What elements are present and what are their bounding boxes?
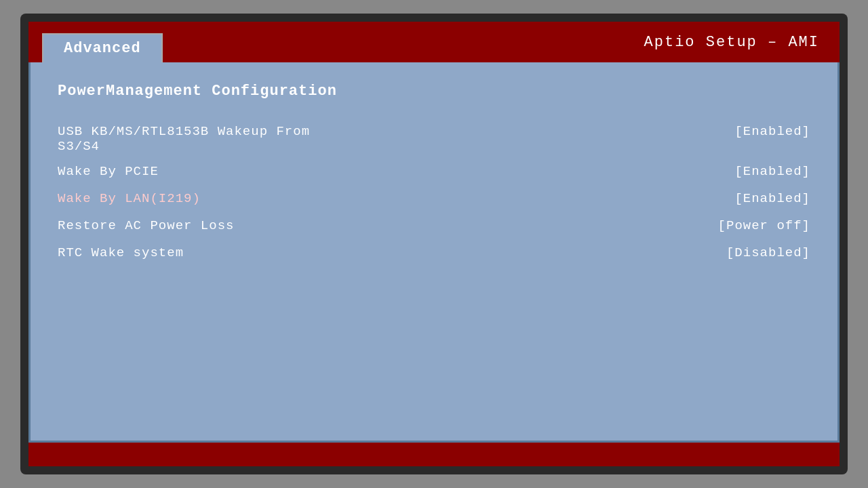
setting-row[interactable]: RTC Wake system [Disabled] xyxy=(58,239,810,266)
setting-value-rtc-wake: [Disabled] xyxy=(726,245,810,260)
setting-row[interactable]: USB KB/MS/RTL8153B Wakeup From S3/S4 [En… xyxy=(58,120,810,158)
active-tab[interactable]: Advanced xyxy=(42,33,163,62)
setting-value-wake-pcie: [Enabled] xyxy=(734,164,810,179)
content-area: PowerManagement Configuration USB KB/MS/… xyxy=(28,62,840,443)
settings-table: USB KB/MS/RTL8153B Wakeup From S3/S4 [En… xyxy=(58,120,810,266)
section-title: PowerManagement Configuration xyxy=(58,83,810,100)
setting-row[interactable]: Restore AC Power Loss [Power off] xyxy=(58,212,810,239)
bottom-bar xyxy=(28,443,840,466)
setting-row-selected[interactable]: Wake By LAN(I219) [Enabled] xyxy=(58,185,810,212)
setting-label-usb-wakeup: USB KB/MS/RTL8153B Wakeup From S3/S4 xyxy=(58,124,310,154)
setting-value-wake-lan: [Enabled] xyxy=(734,191,810,206)
setting-value-restore-ac: [Power off] xyxy=(718,218,810,233)
setting-label-rtc-wake: RTC Wake system xyxy=(58,245,184,260)
setting-value-usb-wakeup: [Enabled] xyxy=(734,124,810,139)
setting-label-wake-lan: Wake By LAN(I219) xyxy=(58,191,201,206)
setting-label-wake-pcie: Wake By PCIE xyxy=(58,164,159,179)
header-bar: Advanced Aptio Setup – AMI xyxy=(28,22,840,62)
bios-screen: Advanced Aptio Setup – AMI PowerManageme… xyxy=(28,22,840,466)
setting-row[interactable]: Wake By PCIE [Enabled] xyxy=(58,158,810,185)
monitor-frame: Advanced Aptio Setup – AMI PowerManageme… xyxy=(20,14,848,474)
setting-label-restore-ac: Restore AC Power Loss xyxy=(58,218,234,233)
aptio-title: Aptio Setup – AMI xyxy=(644,34,819,51)
